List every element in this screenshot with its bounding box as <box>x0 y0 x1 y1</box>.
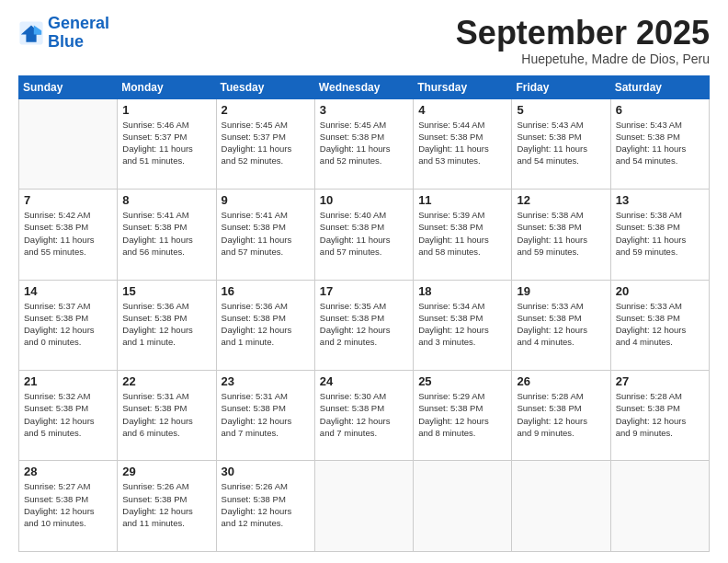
day-info: Sunrise: 5:33 AM Sunset: 5:38 PM Dayligh… <box>616 300 704 349</box>
day-number: 5 <box>517 103 605 117</box>
calendar-week-row: 21Sunrise: 5:32 AM Sunset: 5:38 PM Dayli… <box>19 371 710 461</box>
day-number: 24 <box>320 374 408 388</box>
day-number: 22 <box>122 374 210 388</box>
day-info: Sunrise: 5:45 AM Sunset: 5:37 PM Dayligh… <box>222 119 310 167</box>
table-row: 16Sunrise: 5:36 AM Sunset: 5:38 PM Dayli… <box>216 280 314 370</box>
table-row: 14Sunrise: 5:37 AM Sunset: 5:38 PM Dayli… <box>19 280 118 370</box>
calendar-week-row: 1Sunrise: 5:46 AM Sunset: 5:37 PM Daylig… <box>19 98 710 189</box>
calendar: Sunday Monday Tuesday Wednesday Thursday… <box>18 75 710 552</box>
day-number: 26 <box>517 374 605 388</box>
header-friday: Friday <box>512 75 610 98</box>
day-info: Sunrise: 5:39 AM Sunset: 5:38 PM Dayligh… <box>418 209 506 258</box>
table-row: 2Sunrise: 5:45 AM Sunset: 5:37 PM Daylig… <box>216 98 314 189</box>
table-row: 26Sunrise: 5:28 AM Sunset: 5:38 PM Dayli… <box>512 371 610 461</box>
day-info: Sunrise: 5:43 AM Sunset: 5:38 PM Dayligh… <box>616 119 704 167</box>
table-row: 13Sunrise: 5:38 AM Sunset: 5:38 PM Dayli… <box>610 190 709 280</box>
day-number: 18 <box>418 284 506 298</box>
day-number: 29 <box>122 465 210 478</box>
day-info: Sunrise: 5:43 AM Sunset: 5:38 PM Dayligh… <box>517 119 605 167</box>
table-row: 20Sunrise: 5:33 AM Sunset: 5:38 PM Dayli… <box>610 280 709 370</box>
day-number: 25 <box>418 374 506 388</box>
day-number: 23 <box>222 374 310 388</box>
day-number: 27 <box>616 374 704 388</box>
day-info: Sunrise: 5:28 AM Sunset: 5:38 PM Dayligh… <box>616 390 704 439</box>
calendar-week-row: 7Sunrise: 5:42 AM Sunset: 5:38 PM Daylig… <box>19 190 710 280</box>
day-number: 2 <box>222 103 310 117</box>
day-number: 7 <box>24 193 112 207</box>
table-row: 19Sunrise: 5:33 AM Sunset: 5:38 PM Dayli… <box>512 280 610 370</box>
location-subtitle: Huepetuhe, Madre de Dios, Peru <box>456 52 710 66</box>
table-row: 10Sunrise: 5:40 AM Sunset: 5:38 PM Dayli… <box>314 190 413 280</box>
table-row: 9Sunrise: 5:41 AM Sunset: 5:38 PM Daylig… <box>216 190 314 280</box>
table-row: 27Sunrise: 5:28 AM Sunset: 5:38 PM Dayli… <box>610 371 709 461</box>
day-number: 11 <box>418 193 506 207</box>
day-info: Sunrise: 5:41 AM Sunset: 5:38 PM Dayligh… <box>222 209 310 258</box>
header-wednesday: Wednesday <box>314 75 413 98</box>
calendar-week-row: 28Sunrise: 5:27 AM Sunset: 5:38 PM Dayli… <box>19 461 710 552</box>
header-tuesday: Tuesday <box>216 75 314 98</box>
table-row: 22Sunrise: 5:31 AM Sunset: 5:38 PM Dayli… <box>118 371 216 461</box>
table-row: 18Sunrise: 5:34 AM Sunset: 5:38 PM Dayli… <box>414 280 512 370</box>
header-saturday: Saturday <box>610 75 709 98</box>
table-row: 6Sunrise: 5:43 AM Sunset: 5:38 PM Daylig… <box>610 98 709 189</box>
day-info: Sunrise: 5:38 AM Sunset: 5:38 PM Dayligh… <box>517 209 605 258</box>
table-row: 17Sunrise: 5:35 AM Sunset: 5:38 PM Dayli… <box>314 280 413 370</box>
day-number: 15 <box>122 284 210 298</box>
day-info: Sunrise: 5:28 AM Sunset: 5:38 PM Dayligh… <box>517 390 605 439</box>
calendar-week-row: 14Sunrise: 5:37 AM Sunset: 5:38 PM Dayli… <box>19 280 710 370</box>
day-number: 8 <box>122 193 210 207</box>
table-row <box>19 98 118 189</box>
table-row <box>512 461 610 552</box>
day-info: Sunrise: 5:26 AM Sunset: 5:38 PM Dayligh… <box>122 480 210 529</box>
table-row: 23Sunrise: 5:31 AM Sunset: 5:38 PM Dayli… <box>216 371 314 461</box>
table-row <box>610 461 709 552</box>
table-row: 25Sunrise: 5:29 AM Sunset: 5:38 PM Dayli… <box>414 371 512 461</box>
day-info: Sunrise: 5:44 AM Sunset: 5:38 PM Dayligh… <box>418 119 506 167</box>
day-info: Sunrise: 5:42 AM Sunset: 5:38 PM Dayligh… <box>24 209 112 258</box>
day-number: 16 <box>222 284 310 298</box>
day-number: 10 <box>320 193 408 207</box>
title-block: September 2025 Huepetuhe, Madre de Dios,… <box>456 15 710 66</box>
table-row: 3Sunrise: 5:45 AM Sunset: 5:38 PM Daylig… <box>314 98 413 189</box>
calendar-header-row: Sunday Monday Tuesday Wednesday Thursday… <box>19 75 710 98</box>
day-number: 30 <box>222 465 310 478</box>
day-info: Sunrise: 5:26 AM Sunset: 5:38 PM Dayligh… <box>222 480 310 529</box>
day-number: 13 <box>616 193 704 207</box>
day-info: Sunrise: 5:36 AM Sunset: 5:38 PM Dayligh… <box>122 300 210 349</box>
day-number: 12 <box>517 193 605 207</box>
table-row: 21Sunrise: 5:32 AM Sunset: 5:38 PM Dayli… <box>19 371 118 461</box>
day-info: Sunrise: 5:36 AM Sunset: 5:38 PM Dayligh… <box>222 300 310 349</box>
logo-text: General Blue <box>48 15 109 52</box>
header: General Blue September 2025 Huepetuhe, M… <box>18 15 710 66</box>
day-number: 17 <box>320 284 408 298</box>
day-info: Sunrise: 5:46 AM Sunset: 5:37 PM Dayligh… <box>122 119 210 167</box>
day-number: 1 <box>122 103 210 117</box>
day-number: 20 <box>616 284 704 298</box>
table-row: 5Sunrise: 5:43 AM Sunset: 5:38 PM Daylig… <box>512 98 610 189</box>
day-number: 19 <box>517 284 605 298</box>
day-number: 28 <box>24 465 112 478</box>
table-row: 30Sunrise: 5:26 AM Sunset: 5:38 PM Dayli… <box>216 461 314 552</box>
day-info: Sunrise: 5:31 AM Sunset: 5:38 PM Dayligh… <box>222 390 310 439</box>
table-row <box>314 461 413 552</box>
table-row: 24Sunrise: 5:30 AM Sunset: 5:38 PM Dayli… <box>314 371 413 461</box>
day-info: Sunrise: 5:41 AM Sunset: 5:38 PM Dayligh… <box>122 209 210 258</box>
day-info: Sunrise: 5:34 AM Sunset: 5:38 PM Dayligh… <box>418 300 506 349</box>
day-info: Sunrise: 5:30 AM Sunset: 5:38 PM Dayligh… <box>320 390 408 439</box>
logo-icon <box>18 20 44 46</box>
table-row: 4Sunrise: 5:44 AM Sunset: 5:38 PM Daylig… <box>414 98 512 189</box>
header-sunday: Sunday <box>19 75 118 98</box>
table-row: 11Sunrise: 5:39 AM Sunset: 5:38 PM Dayli… <box>414 190 512 280</box>
day-info: Sunrise: 5:27 AM Sunset: 5:38 PM Dayligh… <box>24 480 112 529</box>
day-info: Sunrise: 5:31 AM Sunset: 5:38 PM Dayligh… <box>122 390 210 439</box>
day-number: 4 <box>418 103 506 117</box>
day-info: Sunrise: 5:29 AM Sunset: 5:38 PM Dayligh… <box>418 390 506 439</box>
table-row: 12Sunrise: 5:38 AM Sunset: 5:38 PM Dayli… <box>512 190 610 280</box>
day-info: Sunrise: 5:37 AM Sunset: 5:38 PM Dayligh… <box>24 300 112 349</box>
table-row: 7Sunrise: 5:42 AM Sunset: 5:38 PM Daylig… <box>19 190 118 280</box>
day-info: Sunrise: 5:33 AM Sunset: 5:38 PM Dayligh… <box>517 300 605 349</box>
table-row: 28Sunrise: 5:27 AM Sunset: 5:38 PM Dayli… <box>19 461 118 552</box>
header-thursday: Thursday <box>414 75 512 98</box>
day-info: Sunrise: 5:45 AM Sunset: 5:38 PM Dayligh… <box>320 119 408 167</box>
table-row: 29Sunrise: 5:26 AM Sunset: 5:38 PM Dayli… <box>118 461 216 552</box>
